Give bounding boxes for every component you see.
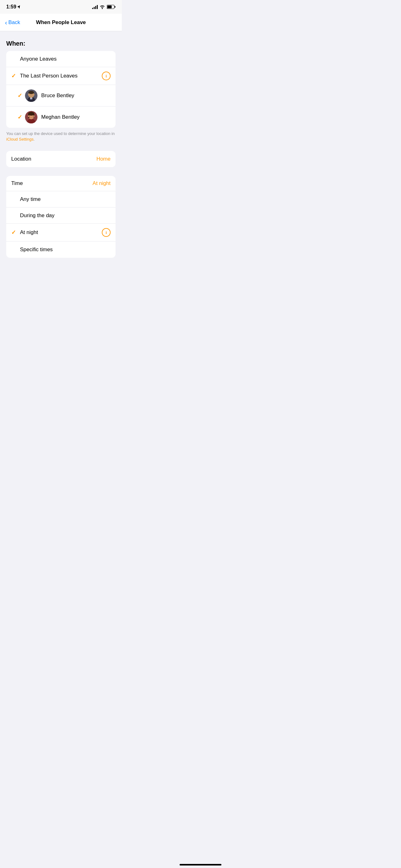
bruce-avatar-image [25,89,37,102]
any-time-label: Any time [20,196,110,203]
last-person-leaves-row[interactable]: ✓ The Last Person Leaves i [6,67,115,85]
time-label: Time [11,180,23,187]
bruce-check: ✓ [18,92,25,99]
meghan-bentley-row[interactable]: ✓ [6,106,115,128]
svg-rect-1 [114,6,115,8]
svg-rect-2 [107,6,112,8]
main-content: When: Anyone Leaves ✓ The Last Person Le… [0,31,122,270]
any-time-row[interactable]: Any time [6,191,115,208]
svg-point-17 [28,115,29,117]
location-row[interactable]: Location Home [6,151,115,167]
when-section-label: When: [0,31,122,51]
page-title: When People Leave [36,19,86,26]
during-day-label: During the day [20,213,110,219]
back-label: Back [8,19,20,26]
meghan-check: ✓ [18,114,25,121]
time-card: Time At night Any time During the day ✓ … [6,176,115,258]
helper-note: You can set up the device used to determ… [0,128,122,142]
status-bar: 1:59 [0,0,122,14]
location-value: Home [97,156,110,162]
meghan-avatar [25,111,37,123]
last-person-label: The Last Person Leaves [20,73,102,79]
last-person-info-icon[interactable]: i [102,71,110,80]
icloud-settings-link[interactable]: iCloud Settings [6,137,33,142]
at-night-check: ✓ [11,229,20,236]
status-time: 1:59 [6,4,21,10]
svg-point-9 [28,94,29,96]
signal-icon [92,5,98,9]
helper-period: . [33,137,35,142]
anyone-leaves-row[interactable]: Anyone Leaves [6,51,115,67]
bruce-bentley-row[interactable]: ✓ [6,85,115,106]
bruce-avatar [25,89,37,102]
time-value: At night [93,180,110,187]
location-card[interactable]: Location Home [6,151,115,167]
meghan-avatar-image [25,111,37,123]
bruce-bentley-label: Bruce Bentley [41,92,110,99]
navigation-bar: ‹ Back When People Leave [0,14,122,31]
status-icons [92,5,115,9]
back-button[interactable]: ‹ Back [5,19,20,26]
location-arrow-icon [18,5,21,9]
last-person-check: ✓ [11,72,20,80]
specific-times-label: Specific times [20,247,110,253]
svg-point-18 [33,115,35,117]
svg-point-10 [33,94,35,96]
when-options-card: Anyone Leaves ✓ The Last Person Leaves i… [6,51,115,128]
chevron-back-icon: ‹ [5,19,7,26]
specific-times-row[interactable]: Specific times [6,242,115,258]
time-header-row: Time At night [6,176,115,191]
svg-point-8 [28,91,34,94]
at-night-info-icon[interactable]: i [102,228,110,237]
wifi-icon [100,5,105,9]
during-day-row[interactable]: During the day [6,208,115,224]
at-night-label: At night [20,229,102,236]
battery-icon [107,5,115,9]
anyone-leaves-label: Anyone Leaves [20,56,110,62]
time-display: 1:59 [6,4,16,10]
helper-text: You can set up the device used to determ… [6,131,114,136]
meghan-bentley-label: Meghan Bentley [41,114,110,120]
location-label: Location [11,156,31,162]
at-night-row[interactable]: ✓ At night i [6,224,115,242]
